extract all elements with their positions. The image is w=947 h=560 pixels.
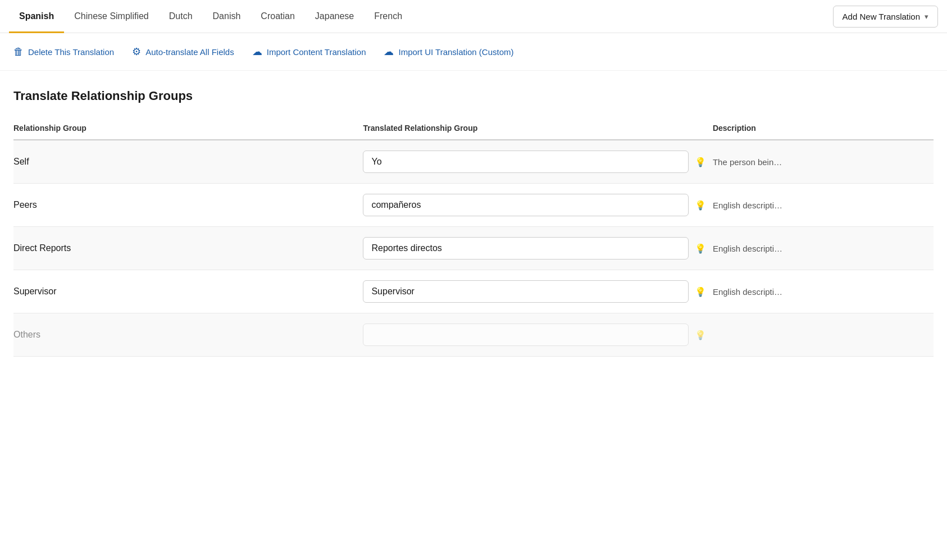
col-header-relationship: Relationship Group	[13, 119, 363, 140]
section-title: Translate Relationship Groups	[13, 89, 934, 103]
cell-translated-direct-reports: 💡	[363, 227, 712, 270]
auto-translate-label: Auto-translate All Fields	[145, 47, 234, 57]
auto-translate-action[interactable]: ⚙ Auto-translate All Fields	[132, 45, 234, 58]
tab-french[interactable]: French	[364, 0, 412, 33]
chevron-down-icon: ▾	[925, 12, 928, 21]
lightbulb-icon: 💡	[695, 286, 706, 297]
cell-relationship-direct-reports: Direct Reports	[13, 227, 363, 270]
cell-relationship-supervisor: Supervisor	[13, 270, 363, 313]
cell-description-others	[713, 313, 934, 357]
cell-relationship-others: Others	[13, 313, 363, 357]
cell-translated-peers: 💡	[363, 184, 712, 227]
cloud-upload-icon-2: ☁	[384, 45, 394, 58]
translation-table: Relationship Group Translated Relationsh…	[13, 119, 934, 357]
lightbulb-icon: 💡	[695, 200, 706, 211]
add-translation-button[interactable]: Add New Translation ▾	[833, 6, 938, 28]
main-content: Translate Relationship Groups Relationsh…	[0, 71, 947, 375]
col-header-description: Description	[713, 119, 934, 140]
cell-translated-others: 💡	[363, 313, 712, 357]
lightbulb-icon: 💡	[695, 330, 706, 340]
cell-relationship-self: Self	[13, 140, 363, 184]
tab-bar: SpanishChinese SimplifiedDutchDanishCroa…	[0, 0, 947, 33]
import-content-label: Import Content Translation	[267, 47, 366, 57]
translation-input-supervisor[interactable]	[363, 280, 689, 303]
tab-japanese[interactable]: Japanese	[305, 0, 364, 33]
gear-icon: ⚙	[132, 45, 141, 58]
tab-dutch[interactable]: Dutch	[159, 0, 203, 33]
cell-relationship-peers: Peers	[13, 184, 363, 227]
col-header-translated: Translated Relationship Group	[363, 119, 712, 140]
table-row: Others💡	[13, 313, 934, 357]
tab-danish[interactable]: Danish	[203, 0, 251, 33]
translation-input-others[interactable]	[363, 324, 689, 346]
cell-description-direct-reports: English descripti…	[713, 227, 934, 270]
table-row: Direct Reports💡English descripti…	[13, 227, 934, 270]
cell-translated-supervisor: 💡	[363, 270, 712, 313]
import-content-action[interactable]: ☁ Import Content Translation	[252, 45, 366, 58]
add-translation-label: Add New Translation	[843, 12, 920, 21]
delete-translation-action[interactable]: 🗑 Delete This Translation	[13, 46, 114, 58]
cell-description-peers: English descripti…	[713, 184, 934, 227]
translation-input-peers[interactable]	[363, 194, 689, 216]
trash-icon: 🗑	[13, 46, 24, 58]
cloud-upload-icon: ☁	[252, 45, 262, 58]
action-bar: 🗑 Delete This Translation ⚙ Auto-transla…	[0, 33, 947, 71]
table-row: Peers💡English descripti…	[13, 184, 934, 227]
import-ui-label: Import UI Translation (Custom)	[398, 47, 513, 57]
tab-spanish[interactable]: Spanish	[9, 0, 64, 33]
tab-chinese-simplified[interactable]: Chinese Simplified	[64, 0, 159, 33]
import-ui-action[interactable]: ☁ Import UI Translation (Custom)	[384, 45, 513, 58]
table-row: Supervisor💡English descripti…	[13, 270, 934, 313]
translation-input-direct-reports[interactable]	[363, 237, 689, 259]
tab-croatian[interactable]: Croatian	[251, 0, 304, 33]
lightbulb-icon: 💡	[695, 243, 706, 254]
cell-translated-self: 💡	[363, 140, 712, 184]
delete-translation-label: Delete This Translation	[28, 47, 114, 57]
cell-description-supervisor: English descripti…	[713, 270, 934, 313]
cell-description-self: The person bein…	[713, 140, 934, 184]
lightbulb-icon: 💡	[695, 157, 706, 167]
table-row: Self💡The person bein…	[13, 140, 934, 184]
translation-input-self[interactable]	[363, 151, 689, 173]
